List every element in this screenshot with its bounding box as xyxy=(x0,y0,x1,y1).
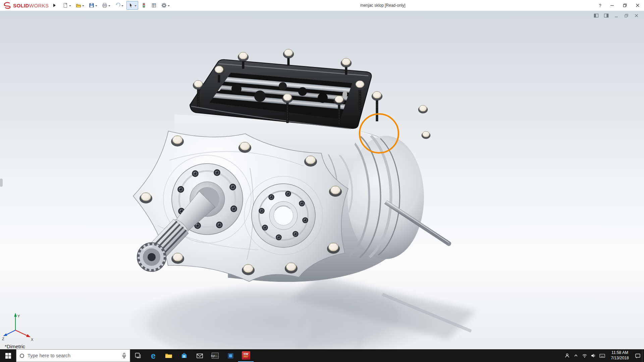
taskbar-search[interactable]: Type here to search xyxy=(16,349,130,362)
action-center-button[interactable] xyxy=(633,349,642,362)
microphone-icon[interactable] xyxy=(122,353,126,359)
expand-triangle-icon xyxy=(53,4,56,7)
minimize-icon xyxy=(610,3,614,7)
gearbox-model[interactable] xyxy=(133,49,452,282)
search-placeholder: Type here to search xyxy=(28,353,118,358)
undo-button[interactable] xyxy=(113,1,125,10)
show-desktop-button[interactable] xyxy=(642,349,644,362)
taskbar-clock[interactable]: 11:58 AM 7/13/2018 xyxy=(606,349,633,362)
new-document-button[interactable] xyxy=(61,1,73,10)
minimize-button[interactable] xyxy=(606,0,619,11)
open-folder-icon xyxy=(76,3,81,8)
triad-z-label: Z xyxy=(2,337,4,341)
task-view-button[interactable] xyxy=(130,349,146,362)
solidworks-logo-text: SOLIDWORKS xyxy=(13,3,49,8)
doc-restore-button[interactable] xyxy=(624,13,629,18)
mail-button[interactable] xyxy=(192,349,207,362)
rebuild-stoplight-icon xyxy=(141,3,147,8)
gear-icon xyxy=(161,3,167,8)
clock-time: 11:58 AM xyxy=(611,350,628,356)
dropdown-caret-icon[interactable] xyxy=(95,5,97,7)
menu-expand-arrow[interactable] xyxy=(51,2,58,9)
model-shadow-reflection xyxy=(127,276,476,349)
titlebar: SOLIDWORKS xyxy=(0,0,644,11)
store-bag-icon xyxy=(181,352,187,359)
mail-envelope-icon xyxy=(196,353,203,359)
file-properties-button[interactable] xyxy=(150,1,158,10)
bearing-boss-right[interactable] xyxy=(252,184,315,247)
taskbar-spacer xyxy=(254,349,563,362)
undo-arrow-icon xyxy=(115,3,120,8)
cortana-icon xyxy=(20,354,24,358)
print-button[interactable] xyxy=(100,1,112,10)
keyboard-icon xyxy=(599,354,605,358)
restore-icon xyxy=(623,3,627,7)
open-document-button[interactable] xyxy=(74,1,86,10)
wifi-icon xyxy=(582,353,587,358)
hidden-icons-button[interactable] xyxy=(572,349,580,362)
solidworks-logo-icon xyxy=(3,2,11,9)
command-prompt-icon: &gt;_ xyxy=(212,353,219,359)
close-icon xyxy=(636,3,640,7)
dropdown-caret-icon[interactable] xyxy=(108,5,110,7)
help-button[interactable]: ? xyxy=(594,3,606,8)
document-title: menjac sklop [Read-only] xyxy=(171,3,594,8)
speaker-icon xyxy=(591,353,596,358)
start-button[interactable] xyxy=(0,349,16,362)
panel-flyout-tab[interactable] xyxy=(0,179,3,187)
restore-button[interactable] xyxy=(619,0,631,11)
select-cursor-icon xyxy=(128,3,133,8)
solidworks-app-icon: SW 2017 xyxy=(242,351,250,360)
options-button[interactable] xyxy=(160,1,171,10)
pane-right-button[interactable] xyxy=(603,13,609,18)
clock-date: 7/13/2018 xyxy=(611,356,629,361)
app-tile-button[interactable] xyxy=(223,349,238,362)
new-document-icon xyxy=(63,3,68,8)
pane-left-button[interactable] xyxy=(593,13,599,18)
folder-icon xyxy=(165,353,172,359)
windows-logo-icon xyxy=(5,353,11,359)
command-prompt-button[interactable]: &gt;_ xyxy=(207,349,223,362)
orientation-triad: Y X Z xyxy=(2,313,34,342)
dropdown-caret-icon[interactable] xyxy=(135,5,137,7)
save-floppy-icon xyxy=(89,3,94,8)
dropdown-caret-icon[interactable] xyxy=(69,5,71,7)
select-tool-button[interactable] xyxy=(126,1,138,10)
task-view-icon xyxy=(135,353,141,359)
dropdown-caret-icon[interactable] xyxy=(82,5,84,7)
dropdown-caret-icon[interactable] xyxy=(121,5,123,7)
volume-button[interactable] xyxy=(589,349,598,362)
people-icon xyxy=(565,353,570,358)
windows-taskbar: Type here to search e xyxy=(0,349,644,362)
print-icon xyxy=(102,3,107,8)
touch-keyboard-button[interactable] xyxy=(598,349,606,362)
people-button[interactable] xyxy=(563,349,572,362)
quick-access-toolbar xyxy=(61,1,171,10)
graphics-viewport[interactable]: Y X Z xyxy=(0,11,644,349)
action-center-icon xyxy=(635,353,641,359)
solidworks-taskbar-button[interactable]: SW 2017 xyxy=(238,349,254,362)
chevron-up-icon xyxy=(574,353,578,358)
edge-icon: e xyxy=(151,352,156,360)
network-button[interactable] xyxy=(580,349,589,362)
app-tile-icon xyxy=(227,352,234,359)
edge-button[interactable]: e xyxy=(146,349,161,362)
close-button[interactable] xyxy=(631,0,644,11)
solidworks-logo: SOLIDWORKS xyxy=(3,2,49,9)
document-window-controls xyxy=(593,13,639,18)
doc-close-button[interactable] xyxy=(634,13,639,18)
save-button[interactable] xyxy=(87,1,99,10)
store-button[interactable] xyxy=(176,349,192,362)
triad-x-label: X xyxy=(31,338,34,342)
triad-y-label: Y xyxy=(17,314,20,318)
rebuild-button[interactable] xyxy=(140,1,148,10)
dropdown-caret-icon[interactable] xyxy=(168,5,170,7)
window-controls: ? xyxy=(594,0,644,11)
view-orientation-label: *Dimetric xyxy=(5,344,25,349)
screen: SOLIDWORKS xyxy=(0,0,644,362)
doc-minimize-button[interactable] xyxy=(613,13,619,18)
file-explorer-button[interactable] xyxy=(161,349,176,362)
scene-canvas: Y X Z xyxy=(0,11,644,349)
file-properties-icon xyxy=(151,3,157,8)
